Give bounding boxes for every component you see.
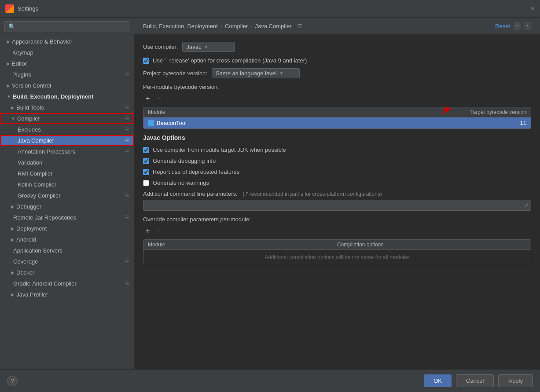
- collapse-arrow: ▶: [7, 39, 10, 44]
- settings-icon: ☰: [125, 193, 129, 198]
- breadcrumb-build: Build, Execution, Deployment: [143, 23, 218, 29]
- option-use-module-target-label: Use compiler from module target JDK when…: [153, 147, 286, 153]
- collapse-arrow: ▶: [11, 226, 15, 231]
- option-report-deprecated: Report use of deprecated features: [143, 169, 531, 175]
- bytecode-version-dropdown[interactable]: Same as language level ▼: [212, 68, 300, 78]
- sidebar-item-app-servers[interactable]: Application Servers: [0, 245, 134, 256]
- collapse-arrow: ▶: [7, 61, 10, 66]
- sidebar-item-android[interactable]: ▶ Android: [0, 234, 134, 245]
- sidebar-item-label: Editor: [12, 60, 27, 67]
- sidebar-item-keymap[interactable]: Keymap: [0, 47, 134, 58]
- sidebar-item-deployment[interactable]: ▶ Deployment: [0, 223, 134, 234]
- option-use-module-target: Use compiler from module target JDK when…: [143, 147, 531, 153]
- sidebar-item-version-control[interactable]: ▶ Version Control: [0, 80, 134, 91]
- additional-params-section: Additional command line parameters: ('/'…: [143, 191, 531, 197]
- apply-button[interactable]: Apply: [498, 374, 533, 387]
- sidebar-item-label: Keymap: [12, 49, 33, 56]
- module-icon: [148, 120, 154, 126]
- app-icon: [5, 4, 14, 13]
- use-compiler-row: Use compiler: Javac ▼: [143, 42, 531, 52]
- sidebar-item-validation[interactable]: Validation: [0, 157, 134, 168]
- sidebar-item-compiler[interactable]: ▼ Compiler ☰: [0, 113, 134, 124]
- sidebar-item-label: RMI Compiler: [18, 170, 52, 177]
- reset-button[interactable]: Reset: [495, 23, 510, 29]
- option-generate-debug-checkbox[interactable]: [143, 158, 149, 164]
- sidebar-item-label: Remote Jar Repositories: [13, 214, 76, 221]
- javac-options-title: Javac Options: [143, 134, 531, 141]
- table-header: Module Target bytecode version: [143, 107, 531, 117]
- collapse-arrow: ▶: [11, 237, 15, 242]
- sidebar-item-gradle-android[interactable]: Gradle-Android Compiler ☰: [0, 278, 134, 289]
- help-button[interactable]: ?: [7, 376, 18, 386]
- collapse-arrow: ▶: [11, 105, 15, 110]
- release-option-checkbox[interactable]: [143, 58, 149, 64]
- option-use-module-target-checkbox[interactable]: [143, 147, 149, 153]
- remove-override-button[interactable]: −: [154, 226, 164, 236]
- breadcrumb-compiler: Compiler: [225, 23, 248, 29]
- col-module-header: Module: [148, 109, 438, 115]
- cancel-button[interactable]: Cancel: [456, 374, 494, 387]
- add-override-button[interactable]: +: [143, 226, 153, 236]
- search-input[interactable]: [4, 21, 129, 32]
- settings-icon: ☰: [125, 105, 129, 110]
- module-table: Module Target bytecode version BeaconToo…: [143, 107, 531, 129]
- sidebar-item-annotation-processors[interactable]: Annotation Processors ☰: [0, 146, 134, 157]
- sidebar-item-docker[interactable]: ▶ Docker: [0, 267, 134, 278]
- option-no-warnings-checkbox[interactable]: [143, 180, 149, 186]
- sidebar-item-label: Annotation Processors: [18, 148, 75, 155]
- per-module-add-remove: + −: [143, 94, 531, 103]
- breadcrumb-sep2: ›: [250, 23, 252, 29]
- ok-button[interactable]: OK: [424, 374, 452, 387]
- sidebar-item-rmi-compiler[interactable]: RMI Compiler: [0, 168, 134, 179]
- sidebar-item-label: Version Control: [12, 82, 51, 89]
- title-bar: Settings ×: [0, 0, 540, 18]
- forward-button[interactable]: ›: [524, 22, 531, 30]
- sidebar-item-remote-jar[interactable]: Remote Jar Repositories ☰: [0, 212, 134, 223]
- breadcrumb-java-compiler: Java Compiler: [255, 23, 292, 29]
- sidebar-item-label: Deployment: [16, 225, 47, 232]
- compiler-dropdown[interactable]: Javac ▼: [182, 42, 235, 52]
- sidebar-item-build-tools[interactable]: ▶ Build Tools ☰: [0, 102, 134, 113]
- compiler-value: Javac: [186, 44, 201, 50]
- override-col-module: Module: [148, 242, 337, 248]
- sidebar-item-label: Groovy Compiler: [18, 192, 61, 199]
- target-value: 11: [520, 120, 526, 126]
- bytecode-version-value: Same as language level: [216, 70, 277, 77]
- collapse-arrow: ▶: [11, 292, 15, 297]
- sidebar-item-java-profiler[interactable]: ▶ Java Profiler: [0, 289, 134, 300]
- settings-icon: ☰: [125, 215, 129, 220]
- remove-module-button[interactable]: −: [154, 94, 164, 103]
- release-option-row: Use '--release' option for cross-compila…: [143, 57, 531, 64]
- add-module-button[interactable]: +: [143, 94, 153, 103]
- settings-icon: ☰: [125, 149, 129, 154]
- sidebar-item-label: Kotlin Compiler: [18, 181, 56, 188]
- sidebar-item-plugins[interactable]: Plugins ☰: [0, 69, 134, 80]
- sidebar-item-excludes[interactable]: Excludes ☰: [0, 124, 134, 135]
- bottom-bar: ? OK Cancel Apply: [0, 369, 540, 392]
- sidebar-item-build-execution[interactable]: ▼ Build, Execution, Deployment: [0, 91, 134, 102]
- table-row[interactable]: BeaconTool 11: [143, 117, 531, 128]
- search-box: [0, 18, 134, 36]
- collapse-arrow: ▶: [11, 204, 15, 209]
- content-header-right: Reset ‹ ›: [495, 22, 531, 30]
- settings-icon: ☰: [125, 281, 129, 286]
- option-report-deprecated-label: Report use of deprecated features: [153, 169, 239, 175]
- option-report-deprecated-checkbox[interactable]: [143, 169, 149, 175]
- sidebar-item-groovy-compiler[interactable]: Groovy Compiler ☰: [0, 190, 134, 201]
- sidebar-item-label: Application Servers: [13, 247, 62, 254]
- bookmark-icon[interactable]: ☰: [297, 23, 302, 29]
- additional-params-input[interactable]: [143, 200, 531, 211]
- sidebar-item-editor[interactable]: ▶ Editor: [0, 58, 134, 69]
- option-no-warnings-label: Generate no warnings: [153, 180, 209, 186]
- override-table-empty: Additional compilation options will be t…: [143, 250, 531, 265]
- sidebar: ▶ Appearance & Behavior Keymap ▶ Editor …: [0, 18, 134, 369]
- sidebar-item-debugger[interactable]: ▶ Debugger: [0, 201, 134, 212]
- sidebar-item-coverage[interactable]: Coverage ☰: [0, 256, 134, 267]
- sidebar-item-kotlin-compiler[interactable]: Kotlin Compiler: [0, 179, 134, 190]
- bytecode-version-label: Project bytecode version:: [143, 70, 207, 77]
- back-button[interactable]: ‹: [514, 22, 521, 30]
- sidebar-item-java-compiler[interactable]: Java Compiler ☰: [0, 135, 134, 146]
- sidebar-item-appearance[interactable]: ▶ Appearance & Behavior: [0, 36, 134, 47]
- dropdown-arrow-icon2: ▼: [279, 71, 284, 76]
- close-icon[interactable]: ×: [531, 5, 535, 13]
